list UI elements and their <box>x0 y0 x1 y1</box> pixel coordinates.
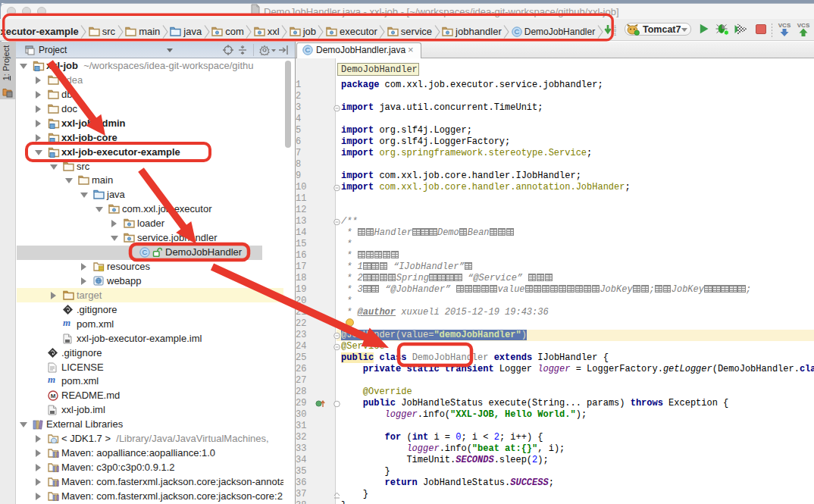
svg-text:C: C <box>514 27 519 36</box>
svg-text:C: C <box>305 45 311 54</box>
svg-text:VCS: VCS <box>778 22 791 29</box>
svg-text:M: M <box>51 393 56 399</box>
svg-text:VCS: VCS <box>797 22 810 29</box>
svg-text:C: C <box>142 248 148 256</box>
svg-text:1: 1 <box>614 33 616 37</box>
